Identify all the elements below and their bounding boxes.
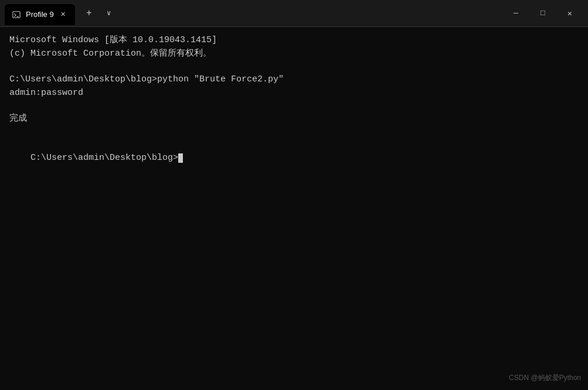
terminal-line-8 [9,126,579,139]
cursor [178,153,183,163]
close-button[interactable]: ✕ [556,0,583,27]
terminal-line-7: 完成 [9,112,579,126]
watermark: CSDN @蚂蚁爱Python [509,372,581,383]
terminal-line-5: admin:password [9,87,579,100]
window-controls: — □ ✕ [502,0,583,27]
terminal-line-6 [9,100,579,112]
title-bar: Profile 9 ✕ + ∨ — □ ✕ [0,0,588,27]
title-bar-actions: + ∨ [80,5,117,22]
active-tab[interactable]: Profile 9 ✕ [5,4,75,25]
tab-close-button[interactable]: ✕ [59,10,68,19]
new-tab-button[interactable]: + [80,5,98,22]
terminal-line-2: (c) Microsoft Corporation。保留所有权利。 [9,47,579,61]
terminal-line-3 [9,60,579,73]
tab-label: Profile 9 [26,10,54,19]
title-bar-left: Profile 9 ✕ + ∨ [5,2,502,25]
terminal-window[interactable]: Microsoft Windows [版本 10.0.19043.1415] (… [0,27,588,390]
terminal-line-9: C:\Users\admin\Desktop\blog> [9,139,579,179]
minimize-button[interactable]: — [502,0,529,27]
terminal-line-1: Microsoft Windows [版本 10.0.19043.1415] [9,34,579,47]
dropdown-button[interactable]: ∨ [101,5,117,22]
terminal-icon [12,10,21,19]
svg-rect-0 [13,11,20,18]
terminal-line-4: C:\Users\admin\Desktop\blog>python "Brut… [9,73,579,87]
maximize-button[interactable]: □ [529,0,556,27]
